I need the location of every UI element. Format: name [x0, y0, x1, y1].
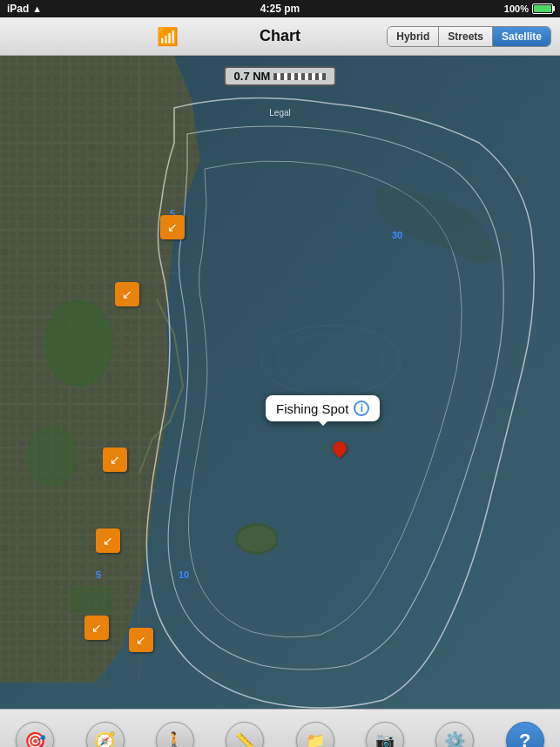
map-pin[interactable] [333, 441, 347, 455]
depth-label-3: 10 [179, 569, 189, 580]
battery-label: 100% [504, 3, 529, 14]
compass-icon: 🧭 [94, 730, 116, 748]
waypoint-icon-1: ↙ [122, 287, 132, 301]
fishing-spot-label: Fishing Spot [276, 401, 348, 416]
waypoint-marker-4[interactable]: ↙ [84, 616, 109, 640]
track-icon: 🚶 [164, 730, 186, 748]
nav-bar: Chart 📶 Hybrid Streets Satellite [0, 17, 560, 56]
marker-icon-circle: 📁 [296, 722, 334, 748]
waypoint-marker-3[interactable]: ↙ [96, 528, 120, 553]
waypoint-marker-5[interactable]: ↙ [129, 628, 153, 652]
measure-icon-circle: 📏 [226, 722, 264, 748]
waypoint-marker-1[interactable]: ↙ [115, 282, 139, 306]
pin-head [330, 439, 350, 459]
toolbar-marker[interactable]: 📁 Marker [280, 710, 350, 747]
scale-indicator: 0.7 NM [224, 66, 337, 86]
toolbar-camera[interactable]: 📷 Camera [350, 710, 420, 747]
depth-label-4: 5 [96, 569, 101, 580]
waypoint-icon-6: ↙ [167, 220, 178, 234]
waypoint-icon-5: ↙ [136, 633, 146, 647]
map-type-streets[interactable]: Streets [439, 27, 493, 46]
gps-icon: 🎯 [24, 730, 46, 748]
waypoint-marker-6[interactable]: ↙ [160, 215, 185, 239]
waypoint-icon-4: ↙ [91, 621, 102, 635]
svg-point-28 [238, 526, 276, 552]
bottom-toolbar: 🎯 GPS 🧭 Compass 🚶 Track 📏 Measure 📁 Mark… [0, 709, 560, 747]
fishing-spot-popup[interactable]: Fishing Spot i [266, 395, 380, 421]
map-svg [0, 56, 560, 709]
wifi-icon: ▲ [32, 3, 42, 14]
waypoint-icon-3: ↙ [103, 534, 113, 548]
scale-ruler [273, 73, 326, 80]
help-icon: ? [519, 730, 530, 748]
info-icon: i [361, 402, 363, 414]
settings-icon: ⚙️ [444, 730, 466, 748]
compass-icon-circle: 🧭 [86, 722, 125, 748]
status-time: 4:25 pm [260, 3, 300, 15]
depth-label-2: 30 [392, 230, 402, 240]
toolbar-gps[interactable]: 🎯 GPS [0, 710, 70, 747]
settings-icon-circle: ⚙️ [435, 722, 474, 748]
scale-value: 0.7 NM [234, 70, 271, 83]
svg-point-24 [44, 299, 113, 387]
map-container[interactable]: 0.7 NM Legal 5 30 10 5 ↙ ↙ ↙ ↙ ↙ ↙ Fishi… [0, 56, 560, 709]
status-bar: iPad ▲ 4:25 pm 100% [0, 0, 560, 17]
svg-point-25 [26, 426, 78, 487]
battery-icon [532, 3, 553, 14]
toolbar-measure[interactable]: 📏 Measure [210, 710, 280, 747]
toolbar-help[interactable]: ? Help [490, 710, 560, 747]
info-button[interactable]: i [354, 400, 369, 416]
measure-icon: 📏 [235, 731, 254, 748]
device-label: iPad [7, 3, 29, 15]
svg-rect-26 [70, 587, 113, 613]
camera-icon-circle: 📷 [366, 722, 404, 748]
marker-icon: 📁 [306, 731, 325, 748]
nav-title: Chart [260, 27, 300, 45]
toolbar-track[interactable]: 🚶 Track [140, 710, 210, 747]
gps-icon-circle: 🎯 [16, 722, 54, 748]
map-type-satellite[interactable]: Satellite [493, 27, 550, 46]
camera-icon: 📷 [375, 731, 395, 748]
status-right: 100% [504, 3, 553, 14]
map-type-selector[interactable]: Hybrid Streets Satellite [387, 26, 551, 47]
map-type-hybrid[interactable]: Hybrid [388, 27, 439, 46]
waypoint-marker-2[interactable]: ↙ [103, 448, 127, 472]
nav-wifi-icon: 📶 [157, 26, 179, 47]
status-left: iPad ▲ [7, 3, 42, 15]
waypoint-icon-2: ↙ [110, 453, 120, 467]
toolbar-settings[interactable]: ⚙️ Settings [420, 710, 489, 747]
help-icon-circle: ? [506, 722, 544, 748]
legal-text: Legal [269, 108, 290, 118]
track-icon-circle: 🚶 [156, 722, 194, 748]
toolbar-compass[interactable]: 🧭 Compass [70, 710, 139, 747]
